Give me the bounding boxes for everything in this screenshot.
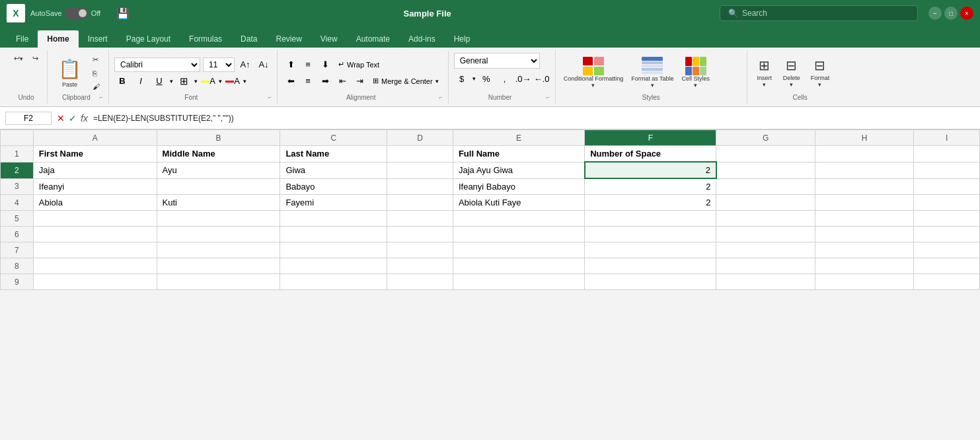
cell-I9[interactable] — [914, 274, 980, 290]
format-dropdown[interactable]: ▾ — [818, 81, 821, 88]
cell-B8[interactable] — [157, 258, 280, 274]
cell-I2[interactable] — [914, 162, 980, 178]
cell-H5[interactable] — [815, 211, 913, 227]
cell-D3[interactable] — [387, 178, 453, 195]
cut-button[interactable]: ✂ — [89, 54, 103, 65]
comma-button[interactable]: , — [497, 71, 513, 86]
bold-button[interactable]: B — [114, 74, 130, 89]
border-dropdown[interactable]: ▾ — [194, 78, 198, 85]
align-middle-button[interactable]: ≡ — [300, 57, 316, 72]
align-right-button[interactable]: ➡ — [317, 74, 333, 89]
cell-F5[interactable] — [585, 211, 716, 227]
autosave-area[interactable]: AutoSave Off — [30, 7, 100, 19]
cell-B1[interactable]: Middle Name — [157, 146, 280, 163]
col-header-a[interactable]: A — [33, 130, 157, 146]
cell-A4[interactable]: Abiola — [33, 195, 157, 211]
cell-H2[interactable] — [815, 162, 913, 178]
cell-F7[interactable] — [585, 242, 716, 258]
cell-F8[interactable] — [585, 258, 716, 274]
cell-E9[interactable] — [453, 274, 584, 290]
decimal-decrease-button[interactable]: ←.0 — [534, 71, 550, 86]
cell-D8[interactable] — [387, 258, 453, 274]
cell-C6[interactable] — [280, 227, 387, 242]
cell-G8[interactable] — [716, 258, 815, 274]
cell-D4[interactable] — [387, 195, 453, 211]
cell-G7[interactable] — [716, 242, 815, 258]
cell-G6[interactable] — [716, 227, 815, 242]
cell-G3[interactable] — [716, 178, 815, 195]
col-header-h[interactable]: H — [815, 130, 913, 146]
insert-button[interactable]: ⊞ Insert ▾ — [753, 55, 776, 91]
cell-B4[interactable]: Kuti — [157, 195, 280, 211]
formula-confirm-icon[interactable]: ✓ — [69, 113, 77, 124]
copy-button[interactable]: ⎘ — [89, 68, 103, 79]
tab-automate[interactable]: Automate — [347, 30, 399, 48]
cell-G2[interactable] — [716, 162, 815, 178]
cell-C5[interactable] — [280, 211, 387, 227]
tab-view[interactable]: View — [311, 30, 347, 48]
col-header-d[interactable]: D — [387, 130, 453, 146]
col-header-e[interactable]: E — [453, 130, 584, 146]
font-color-button[interactable]: A — [225, 74, 241, 89]
cell-I8[interactable] — [914, 258, 980, 274]
format-painter-button[interactable]: 🖌 — [89, 81, 103, 92]
minimize-button[interactable]: − — [928, 7, 942, 20]
cell-F9[interactable] — [585, 274, 716, 290]
clipboard-expand-icon[interactable]: ⌐ — [100, 94, 103, 100]
font-increase-button[interactable]: A↑ — [237, 57, 253, 72]
cell-B6[interactable] — [157, 227, 280, 242]
cell-F6[interactable] — [585, 227, 716, 242]
cell-B5[interactable] — [157, 211, 280, 227]
tab-formulas[interactable]: Formulas — [180, 30, 231, 48]
fill-color-button[interactable]: A — [200, 74, 216, 89]
row-header-5[interactable]: 5 — [1, 211, 34, 227]
cell-E1[interactable]: Full Name — [453, 146, 584, 163]
cell-H8[interactable] — [815, 258, 913, 274]
cell-E6[interactable] — [453, 227, 584, 242]
cell-H6[interactable] — [815, 227, 913, 242]
close-button[interactable]: × — [960, 7, 973, 20]
align-bottom-button[interactable]: ⬇ — [317, 57, 333, 72]
border-button[interactable]: ⊞ — [176, 74, 192, 89]
undo-button[interactable]: ↩ ▾ — [11, 53, 26, 64]
cell-A6[interactable] — [33, 227, 157, 242]
col-header-c[interactable]: C — [280, 130, 387, 146]
insert-dropdown[interactable]: ▾ — [763, 81, 766, 88]
cell-A5[interactable] — [33, 211, 157, 227]
font-color-dropdown[interactable]: ▾ — [243, 78, 246, 85]
cell-C4[interactable]: Fayemi — [280, 195, 387, 211]
cell-G9[interactable] — [716, 274, 815, 290]
alignment-expand-icon[interactable]: ⌐ — [439, 94, 442, 100]
formula-cancel-icon[interactable]: ✕ — [57, 113, 65, 124]
cell-A9[interactable] — [33, 274, 157, 290]
font-expand-icon[interactable]: ⌐ — [268, 94, 272, 100]
cell-E5[interactable] — [453, 211, 584, 227]
cell-C2[interactable]: Giwa — [280, 162, 387, 178]
cell-G4[interactable] — [716, 195, 815, 211]
number-format-select[interactable]: General — [454, 53, 540, 69]
redo-button[interactable]: ↪ — [29, 53, 42, 64]
conditional-formatting-button[interactable]: Conditional Formatting ▾ — [561, 54, 626, 91]
cell-F3[interactable]: 2 — [585, 178, 716, 195]
fill-color-dropdown[interactable]: ▾ — [219, 78, 222, 85]
row-header-6[interactable]: 6 — [1, 227, 34, 242]
delete-dropdown[interactable]: ▾ — [790, 81, 793, 88]
conditional-formatting-dropdown[interactable]: ▾ — [591, 82, 595, 89]
cell-H1[interactable] — [815, 146, 913, 163]
decimal-increase-button[interactable]: .0→ — [515, 71, 531, 86]
row-header-2[interactable]: 2 — [1, 162, 34, 178]
italic-button[interactable]: I — [133, 74, 149, 89]
cell-C9[interactable] — [280, 274, 387, 290]
format-as-table-dropdown[interactable]: ▾ — [651, 82, 654, 89]
cell-A2[interactable]: Jaja — [33, 162, 157, 178]
cell-I1[interactable] — [914, 146, 980, 163]
cell-H7[interactable] — [815, 242, 913, 258]
align-left-button[interactable]: ⬅ — [283, 74, 299, 89]
row-header-3[interactable]: 3 — [1, 178, 34, 195]
cell-B2[interactable]: Ayu — [157, 162, 280, 178]
col-header-g[interactable]: G — [716, 130, 815, 146]
cell-I5[interactable] — [914, 211, 980, 227]
tab-file[interactable]: File — [7, 30, 38, 48]
undo-dropdown-icon[interactable]: ▾ — [20, 55, 23, 62]
paste-button[interactable]: 📋 Paste — [53, 57, 87, 89]
